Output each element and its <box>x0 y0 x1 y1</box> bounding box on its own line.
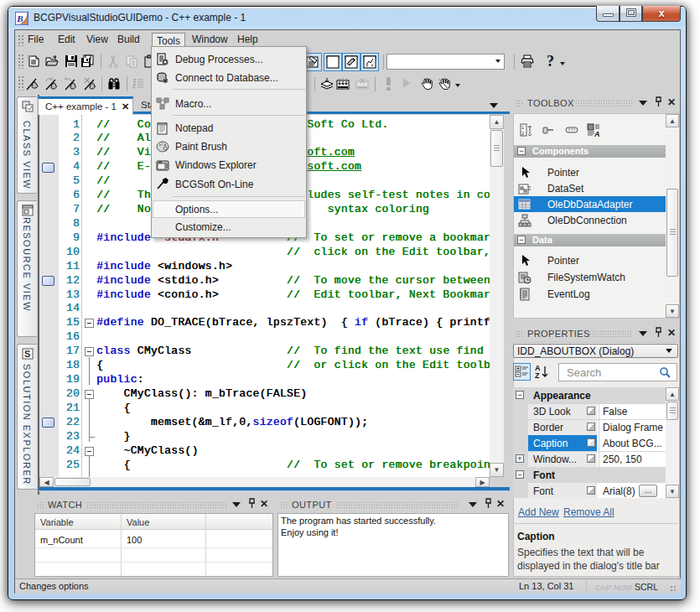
svg-text:Z: Z <box>535 371 540 380</box>
svg-text:S: S <box>24 349 30 359</box>
svg-text:A: A <box>594 130 600 137</box>
svg-text:B: B <box>16 13 23 23</box>
